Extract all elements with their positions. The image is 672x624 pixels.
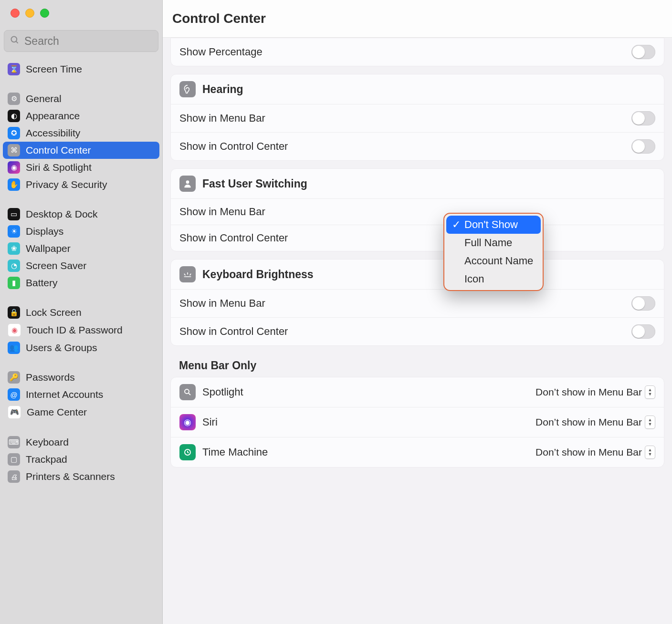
sidebar: ⌛ Screen Time ⚙ General ◐ Appearance ✪ A… [0, 0, 163, 624]
row-label: Show in Menu Bar [179, 297, 265, 310]
dropdown-option-dont-show[interactable]: ✓ Don't Show [446, 216, 541, 234]
toggle-hearing-cc[interactable] [631, 139, 655, 154]
sidebar-item-passwords[interactable]: 🔑 Passwords [3, 369, 159, 386]
sidebar-item-control-center[interactable]: ⌘ Control Center [3, 142, 159, 159]
sidebar-item-screen-time[interactable]: ⌛ Screen Time [3, 61, 159, 78]
option-label: Don't Show [464, 218, 518, 231]
stepper-icon: ▲▼ [645, 446, 655, 459]
sidebar-item-general[interactable]: ⚙ General [3, 90, 159, 107]
sidebar-item-desktop-dock[interactable]: ▭ Desktop & Dock [3, 206, 159, 223]
row-label: Spotlight [202, 386, 529, 398]
row-hearing-cc: Show in Control Center [171, 132, 664, 160]
sidebar-item-users-groups[interactable]: 👥 Users & Groups [3, 339, 159, 356]
ear-icon [179, 81, 196, 97]
sidebar-item-keyboard[interactable]: ⌨ Keyboard [3, 434, 159, 451]
row-siri: ◉ Siri Don’t show in Menu Bar ▲▼ [171, 407, 664, 437]
battery-card: Show Percentage [170, 38, 664, 66]
option-label: Icon [464, 273, 484, 285]
row-label: Show Percentage [179, 46, 262, 58]
row-label: Siri [202, 416, 529, 428]
row-fus-menubar: Show in Menu Bar [171, 198, 664, 225]
toggle-hearing-menubar[interactable] [631, 111, 655, 125]
minimize-window-button[interactable] [25, 9, 34, 18]
key-icon: 🔑 [8, 371, 20, 384]
sidebar-item-label: Screen Time [26, 63, 82, 75]
option-label: Account Name [464, 255, 533, 267]
stepper-icon: ▲▼ [645, 385, 655, 399]
popup-value: Don’t show in Menu Bar [536, 447, 642, 458]
appearance-icon: ◐ [8, 110, 20, 122]
sidebar-item-label: Accessibility [26, 127, 80, 139]
sidebar-item-wallpaper[interactable]: ❀ Wallpaper [3, 240, 159, 257]
toggle-kb-menubar[interactable] [631, 296, 655, 311]
row-label: Time Machine [202, 446, 529, 458]
accessibility-icon: ✪ [8, 127, 20, 139]
screen-saver-icon: ◔ [8, 260, 20, 272]
dropdown-option-icon[interactable]: Icon [446, 270, 541, 288]
popup-time-machine[interactable]: Don’t show in Menu Bar ▲▼ [536, 446, 655, 459]
card-title: Hearing [202, 83, 243, 96]
time-machine-icon [179, 444, 196, 460]
desktop-icon: ▭ [8, 208, 20, 220]
search-input[interactable] [23, 34, 152, 48]
users-icon: 👥 [8, 342, 20, 354]
sidebar-item-label: Wallpaper [26, 243, 71, 254]
zoom-window-button[interactable] [40, 9, 49, 18]
window-controls [0, 9, 162, 18]
at-icon: @ [8, 388, 20, 401]
hearing-card: Hearing Show in Menu Bar Show in Control… [170, 74, 664, 161]
stepper-icon: ▲▼ [645, 416, 655, 429]
close-window-button[interactable] [10, 9, 20, 18]
sidebar-item-internet-accounts[interactable]: @ Internet Accounts [3, 386, 159, 403]
gear-icon: ⚙ [8, 93, 20, 105]
content-header: Control Center [163, 0, 672, 38]
card-title: Keyboard Brightness [202, 268, 314, 281]
row-spotlight: Spotlight Don’t show in Menu Bar ▲▼ [171, 377, 664, 407]
hand-icon: ✋ [8, 178, 20, 191]
sidebar-item-printers-scanners[interactable]: 🖨 Printers & Scanners [3, 468, 159, 485]
scroll-pane[interactable]: Show Percentage Hearing Show in Menu Bar [163, 38, 672, 624]
sidebar-item-label: Passwords [26, 372, 75, 383]
popup-spotlight[interactable]: Don’t show in Menu Bar ▲▼ [536, 385, 655, 399]
fast-user-switching-card: Fast User Switching Show in Menu Bar Sho… [170, 168, 664, 251]
sidebar-item-accessibility[interactable]: ✪ Accessibility [3, 125, 159, 142]
sidebar-item-touch-id[interactable]: ◉ Touch ID & Password [3, 321, 159, 339]
svg-line-4 [189, 393, 190, 395]
spotlight-icon [179, 384, 196, 400]
hourglass-icon: ⌛ [8, 63, 20, 75]
sidebar-item-game-center[interactable]: 🎮 Game Center [3, 403, 159, 421]
popup-value: Don’t show in Menu Bar [536, 386, 642, 398]
checkmark-icon: ✓ [452, 218, 461, 231]
popup-siri[interactable]: Don’t show in Menu Bar ▲▼ [536, 416, 655, 429]
user-circle-icon [179, 176, 196, 192]
sidebar-item-privacy-security[interactable]: ✋ Privacy & Security [3, 176, 159, 193]
kb-header: Keyboard Brightness [171, 260, 664, 289]
sidebar-item-label: Battery [26, 277, 58, 289]
sidebar-item-appearance[interactable]: ◐ Appearance [3, 107, 159, 125]
sidebar-item-label: Users & Groups [26, 342, 97, 354]
popup-value: Don’t show in Menu Bar [536, 416, 642, 428]
sidebar-item-screen-saver[interactable]: ◔ Screen Saver [3, 257, 159, 274]
sidebar-item-label: Displays [26, 226, 63, 237]
sidebar-item-battery[interactable]: ▮ Battery [3, 274, 159, 291]
toggle-kb-cc[interactable] [631, 324, 655, 339]
dropdown-option-full-name[interactable]: Full Name [446, 234, 541, 252]
menu-bar-only-title: Menu Bar Only [179, 359, 664, 372]
row-label: Show in Control Center [179, 325, 288, 338]
sidebar-item-label: Touch ID & Password [27, 324, 123, 336]
svg-point-2 [186, 180, 189, 184]
fus-menubar-dropdown[interactable]: ✓ Don't Show Full Name Account Name Icon [443, 213, 544, 291]
card-title: Fast User Switching [202, 177, 307, 190]
fus-header: Fast User Switching [171, 169, 664, 198]
row-kb-menubar: Show in Menu Bar [171, 289, 664, 317]
sidebar-item-trackpad[interactable]: ▢ Trackpad [3, 451, 159, 468]
search-field[interactable] [4, 30, 158, 52]
sidebar-item-siri-spotlight[interactable]: ◉ Siri & Spotlight [3, 159, 159, 176]
dropdown-option-account-name[interactable]: Account Name [446, 252, 541, 270]
siri-orb-icon: ◉ [179, 414, 196, 430]
sidebar-item-label: Lock Screen [26, 307, 82, 318]
sidebar-item-displays[interactable]: ☀ Displays [3, 223, 159, 240]
toggle-show-percentage[interactable] [631, 45, 655, 59]
battery-icon: ▮ [8, 277, 20, 289]
sidebar-item-lock-screen[interactable]: 🔒 Lock Screen [3, 304, 159, 321]
